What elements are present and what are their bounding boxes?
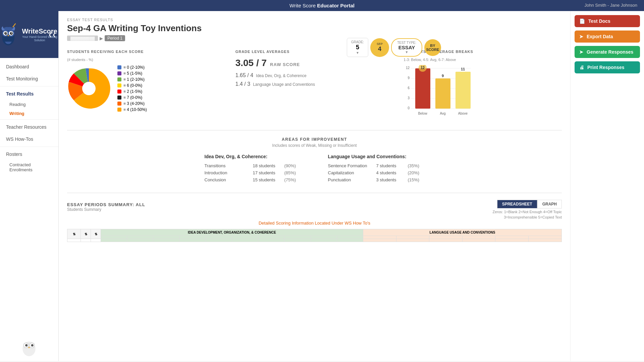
sidebar-item-test-results[interactable]: Test Results [0,88,58,100]
sep-value: 4 [378,46,381,53]
legend-3: = 3 (4-20%) [117,101,147,106]
svg-point-17 [25,344,28,347]
students-receiving-subtitle: (# students - %) [67,58,225,62]
th-15 [495,236,529,239]
grade-label: GRADE: [351,40,364,44]
improvement-col-1: Idea Dev, Org, & Coherence: Transitions1… [205,154,301,184]
sidebar-owl-icon [19,334,39,358]
legend-2: = 2 (1-5%) [117,89,147,94]
top-bar: Write Score Educator Portal John Smith -… [0,0,644,11]
grade-value: 5 [356,44,359,51]
svg-text:6: 6 [408,86,410,90]
svg-point-8 [11,32,12,33]
nav-divider-1 [0,86,58,86]
svg-text:9: 9 [408,76,410,80]
table-row [67,239,562,242]
print-responses-button[interactable]: 🖨 Print Responses [575,61,640,73]
grade-averages-section: GRADE LEVEL AVERAGES 3.05 / 7 RAW SCORE … [235,50,394,120]
improvement-col-2: Language Usage and Conventions: Sentence… [328,154,425,184]
nav-divider-2 [0,119,58,120]
avg-breaks-section: STUDENTS AT AVERAGE BREAKS 1-3: Below, 4… [404,50,562,120]
app-title: Write Score Educator Portal [289,3,355,8]
avg-breaks-subtitle: 1-3: Below, 4-5: Avg, 6-7: Above [404,58,562,62]
legend-1: = 1 (2-10%) [117,77,147,82]
by-score-button[interactable]: BYSCORE [424,39,441,56]
lang-usage-value: 1.4 / 3 [235,81,250,87]
owl-logo [0,20,17,49]
svg-text:3: 3 [408,96,410,100]
svg-text:11: 11 [461,67,465,71]
th-13 [429,236,463,239]
sidebar-nav: Dashboard Test Monitoring Test Results R… [0,58,58,331]
sidebar-item-rosters[interactable]: Rosters [0,148,58,160]
period-tag: Period 1 [105,35,125,41]
th-16 [528,236,561,239]
sidebar-collapse[interactable]: ❮❮ [48,32,56,37]
svg-text:0: 0 [408,106,410,110]
generate-responses-button[interactable]: ➤ Generate Responses [575,46,640,58]
imp-row-introduction: Introduction17 students(85%) [205,170,301,175]
lang-usage-label: Language Usage and Conventions [253,82,315,87]
imp-col1-heading: Idea Dev, Org, & Coherence: [205,154,301,159]
th-12 [396,236,429,239]
col-sort-3[interactable]: ⇅ [91,229,101,239]
imp-col2-heading: Language Usage and Conventions: [328,154,425,159]
detail-link[interactable]: Detailed Scoring Information Located Und… [67,221,562,226]
svg-rect-35 [435,78,450,109]
test-docs-button[interactable]: 📄 Test Docs [575,15,640,27]
th-2 [127,236,153,239]
summary-sub: Students Summary [67,207,145,212]
imp-row-conclusion: Conclusion15 students(75%) [205,177,301,182]
sidebar-item-ws-how-tos[interactable]: WS How-Tos [0,133,58,145]
sidebar-item-contracted[interactable]: Contracted Enrollments [0,160,58,174]
table-area: ⇅ ⇅ ⇅ IDEA DEVELOPMENT, ORGANIZATION, & … [67,229,562,242]
legend-5: = 5 (1-5%) [117,71,147,76]
toggle-graph[interactable]: GRAPH [537,200,562,208]
essay-label: ESSAY TEST RESULTS [67,18,562,22]
imp-row-capitalization: Capitalization4 students(20%) [328,170,425,175]
summary-header: ESSAY PERIODS SUMMARY: ALL Students Summ… [67,200,562,219]
sidebar-owl-bottom [0,331,58,361]
user-info: John Smith - Jane Johnson [584,3,637,8]
sidebar-item-teacher-resources[interactable]: Teacher Resources [0,121,58,133]
sidebar-item-dashboard[interactable]: Dashboard [0,61,58,73]
test-docs-icon: 📄 [579,18,585,24]
export-data-button[interactable]: ➤ Export Data [575,31,640,43]
sidebar-item-test-monitoring[interactable]: Test Monitoring [0,73,58,85]
svg-point-7 [5,32,6,33]
students-receiving-title: STUDENTS RECEIVING EACH SCORE [67,50,225,54]
idea-dev-value: 1.65 / 4 [235,72,253,78]
th-11 [363,236,396,239]
improvement-cols: Idea Dev, Org, & Coherence: Transitions1… [67,154,562,184]
test-type-selector[interactable]: TEST TYPE: ESSAY ▼ [391,38,422,57]
svg-text:Below: Below [418,112,428,115]
avg-breaks-chart: 12 9 6 3 0 12 12 [404,65,477,119]
grade-selector[interactable]: GRADE: 5 ▼ [347,38,368,57]
legend-4: = 4 (10-50%) [117,107,147,112]
col-sort-1[interactable]: ⇅ [67,229,81,239]
idea-dev-label: Idea Dev, Org, & Coherence [256,73,307,78]
svg-rect-37 [455,72,471,109]
svg-point-20 [82,82,96,95]
th-9 [311,236,337,239]
legend-0: = 0 (2-10%) [117,65,147,70]
legend-6: = 6 (0-0%) [117,83,147,88]
col-sort-2[interactable]: ⇅ [81,229,91,239]
toggle-btns: SPREADSHEET GRAPH [497,200,562,208]
th-7 [258,236,284,239]
print-label: Print Responses [587,65,624,70]
svg-point-18 [31,344,34,347]
generate-label: Generate Responses [587,49,633,55]
idea-dev-header: IDEA DEVELOPMENT, ORGANIZATION, & COHERE… [101,229,363,236]
sidebar-item-writing[interactable]: Writing [0,109,58,118]
th-5 [206,236,232,239]
sidebar-item-reading[interactable]: Reading [0,100,58,109]
svg-rect-31 [415,68,430,109]
th-14 [462,236,495,239]
imp-row-transitions: Transitions18 students(90%) [205,163,301,168]
teacher-name-badge: ▓▓▓▓▓▓▓▓▓ [67,36,98,41]
nav-divider-3 [0,146,58,147]
sep-indicator: SEP 4 [370,38,389,57]
summary-title: ESSAY PERIODS SUMMARY: ALL [67,202,145,207]
toggle-spreadsheet[interactable]: SPREADSHEET [497,200,537,208]
